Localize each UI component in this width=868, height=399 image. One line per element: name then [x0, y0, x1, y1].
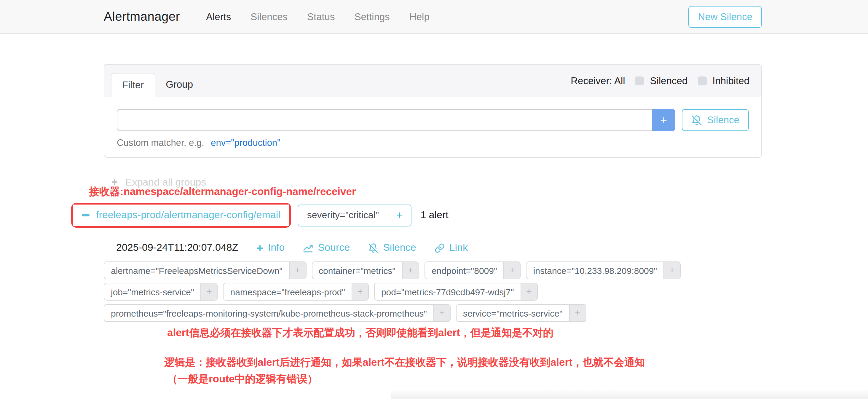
- navbar: Alertmanager Alerts Silences Status Sett…: [0, 0, 868, 34]
- checkbox-icon: [698, 76, 707, 85]
- silenced-toggle[interactable]: Silenced: [635, 75, 688, 86]
- alert-label-chip: alertname="FreeleapsMetricsServiceDown" …: [104, 262, 306, 279]
- label-row: job="metrics-service" + namespace="freel…: [104, 283, 681, 301]
- nav-item-status[interactable]: Status: [307, 11, 335, 22]
- hint-example-link[interactable]: env="production": [211, 137, 280, 148]
- filter-tabs: Filter Group: [111, 73, 204, 97]
- alert-annotation: alert信息必须在接收器下才表示配置成功，否则即使能看到alert，但是通知是…: [167, 326, 554, 340]
- alert-label-chip: prometheus="freeleaps-monitoring-system/…: [104, 304, 451, 322]
- tab-filter[interactable]: Filter: [111, 73, 155, 97]
- alert-permalink[interactable]: Link: [435, 242, 468, 254]
- info-button-label: Info: [268, 242, 285, 254]
- plus-icon[interactable]: +: [663, 262, 680, 279]
- bell-slash-icon: [691, 115, 702, 125]
- bottom-shadow: [391, 390, 868, 399]
- alert-label-chip: pod="metrics-77d9cdb497-wdsj7" +: [374, 283, 537, 301]
- minus-icon: [82, 214, 90, 216]
- add-matcher-button[interactable]: +: [652, 109, 675, 131]
- matcher-input[interactable]: [117, 109, 652, 131]
- group-receiver-label: freeleaps-prod/alertmanager-config/email: [96, 209, 280, 221]
- inhibited-toggle[interactable]: Inhibited: [698, 75, 749, 86]
- brand-link[interactable]: Alertmanager: [104, 9, 180, 24]
- tab-group[interactable]: Group: [155, 73, 204, 97]
- alert-labels: alertname="FreeleapsMetricsServiceDown" …: [104, 262, 681, 322]
- alert-header: 2025-09-24T11:20:07.048Z + Info Source S…: [116, 242, 468, 254]
- add-group-matcher-button[interactable]: +: [388, 205, 411, 225]
- logic-annotation: 逻辑是：接收器收到alert后进行通知，如果alert不在接收器下，说明接收器没…: [164, 354, 645, 388]
- nav-item-settings[interactable]: Settings: [354, 11, 390, 22]
- logic-annotation-line2: （一般是route中的逻辑有错误）: [164, 371, 645, 388]
- alert-permalink-label: Link: [450, 242, 468, 254]
- nav-item-help[interactable]: Help: [409, 11, 430, 22]
- nav-item-silences[interactable]: Silences: [250, 11, 287, 22]
- logic-annotation-line1: 逻辑是：接收器收到alert后进行通知，如果alert不在接收器下，说明接收器没…: [164, 354, 645, 371]
- plus-icon[interactable]: +: [569, 305, 586, 321]
- label-value[interactable]: alertname="FreeleapsMetricsServiceDown": [104, 262, 289, 279]
- annotation-highlight-box: freeleaps-prod/alertmanager-config/email: [71, 203, 291, 228]
- plus-icon[interactable]: +: [504, 262, 520, 279]
- label-value[interactable]: prometheus="freeleaps-monitoring-system/…: [104, 305, 433, 321]
- label-row: alertname="FreeleapsMetricsServiceDown" …: [104, 262, 681, 279]
- alert-label-chip: job="metrics-service" +: [104, 283, 218, 301]
- inhibited-toggle-label: Inhibited: [712, 75, 749, 86]
- label-row: prometheus="freeleaps-monitoring-system/…: [104, 304, 681, 322]
- plus-icon[interactable]: +: [520, 283, 537, 300]
- source-link[interactable]: Source: [303, 242, 350, 254]
- label-value[interactable]: endpoint="8009": [425, 262, 504, 279]
- alert-timestamp: 2025-09-24T11:20:07.048Z: [116, 242, 238, 254]
- silence-alert-button[interactable]: Silence: [368, 242, 416, 254]
- label-value[interactable]: pod="metrics-77d9cdb497-wdsj7": [375, 283, 520, 300]
- info-button[interactable]: + Info: [256, 242, 285, 254]
- label-value[interactable]: service="metrics-service": [457, 305, 569, 321]
- checkbox-icon: [635, 76, 644, 85]
- plus-icon[interactable]: +: [402, 262, 418, 279]
- receiver-filter-label[interactable]: Receiver: All: [571, 75, 625, 86]
- filter-header-controls: Receiver: All Silenced Inhibited: [571, 75, 749, 86]
- plus-icon[interactable]: +: [433, 305, 450, 321]
- chart-icon: [303, 243, 313, 253]
- group-matcher-chip: severity="critical" +: [298, 204, 411, 226]
- group-matcher-label[interactable]: severity="critical": [298, 205, 388, 225]
- alert-label-chip: endpoint="8009" +: [425, 262, 521, 279]
- silence-from-filter-button[interactable]: Silence: [682, 109, 749, 131]
- silence-alert-label: Silence: [383, 242, 416, 254]
- alert-label-chip: service="metrics-service" +: [456, 304, 586, 322]
- collapse-group-button[interactable]: freeleaps-prod/alertmanager-config/email: [73, 205, 289, 226]
- custom-matcher-hint: Custom matcher, e.g. env="production": [117, 137, 749, 148]
- filter-card: Filter Group Receiver: All Silenced Inhi…: [104, 64, 762, 158]
- nav-item-alerts[interactable]: Alerts: [206, 11, 231, 22]
- alert-label-chip: instance="10.233.98.209:8009" +: [526, 262, 681, 279]
- matcher-row: + Silence: [117, 109, 749, 131]
- alert-label-chip: namespace="freeleaps-prod" +: [223, 283, 369, 301]
- plus-icon[interactable]: +: [201, 283, 217, 300]
- filter-card-header: Filter Group Receiver: All Silenced Inhi…: [104, 65, 761, 97]
- nav-links: Alerts Silences Status Settings Help: [206, 11, 430, 22]
- label-value[interactable]: instance="10.233.98.209:8009": [527, 262, 664, 279]
- label-value[interactable]: job="metrics-service": [104, 283, 201, 300]
- filter-card-body: + Silence Custom matcher, e.g. env="prod…: [104, 97, 761, 157]
- plus-icon[interactable]: +: [351, 283, 368, 300]
- label-value[interactable]: namespace="freeleaps-prod": [224, 283, 351, 300]
- silenced-toggle-label: Silenced: [650, 75, 688, 86]
- plus-icon[interactable]: +: [289, 262, 306, 279]
- label-value[interactable]: container="metrics": [312, 262, 402, 279]
- plus-icon: +: [256, 242, 263, 253]
- alert-label-chip: container="metrics" +: [312, 262, 419, 279]
- new-silence-button[interactable]: New Silence: [689, 6, 762, 28]
- link-icon: [435, 243, 445, 253]
- hint-text: Custom matcher, e.g.: [117, 137, 204, 148]
- source-link-label: Source: [318, 242, 350, 254]
- alertmanager-page: Alertmanager Alerts Silences Status Sett…: [0, 0, 868, 399]
- alert-group-row: freeleaps-prod/alertmanager-config/email…: [71, 203, 448, 228]
- alert-count: 1 alert: [421, 209, 448, 221]
- bell-slash-icon: [368, 243, 378, 253]
- receiver-annotation: 接收器:namespace/altermanager-config-name/r…: [89, 184, 356, 198]
- silence-button-label: Silence: [707, 115, 739, 126]
